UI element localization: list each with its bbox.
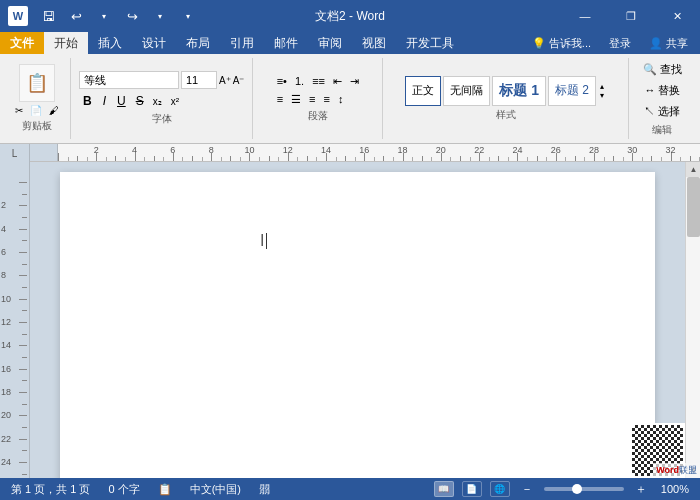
tab-layout[interactable]: 布局 <box>176 32 220 54</box>
styles-label: 样式 <box>496 108 516 122</box>
style-h1[interactable]: 标题 1 <box>492 76 546 106</box>
underline-button[interactable]: U <box>113 92 130 110</box>
font-shrink[interactable]: A⁻ <box>233 75 245 86</box>
clipboard-group: 📋 ✂ 📄 🖌 剪贴板 <box>4 58 71 139</box>
undo-button[interactable]: ↩ <box>64 4 88 28</box>
font-family-dropdown[interactable]: 等线 <box>79 71 179 89</box>
tell-me-label: 告诉我... <box>549 36 591 51</box>
tab-design[interactable]: 设计 <box>132 32 176 54</box>
redo-button[interactable]: ↪ <box>120 4 144 28</box>
align-right[interactable]: ≡ <box>306 92 318 107</box>
zoom-percent[interactable]: 100% <box>658 483 692 495</box>
share-icon: 👤 <box>649 37 663 50</box>
format-painter[interactable]: 🖌 <box>46 104 62 117</box>
font-group: 等线 11 A⁺ A⁻ B I U S x₂ x² 字体 <box>71 58 253 139</box>
document-page[interactable]: I <box>60 172 655 478</box>
zoom-thumb[interactable] <box>572 484 582 494</box>
ruler-row: L 246810121416182022242628303234 <box>0 144 700 162</box>
redo-dropdown[interactable]: ▾ <box>148 4 172 28</box>
paste-button[interactable]: 📋 <box>19 64 55 102</box>
login-label: 登录 <box>609 36 631 51</box>
clipboard-label: 剪贴板 <box>22 119 52 133</box>
brand-name: 联盟 <box>679 465 697 475</box>
font-label: 字体 <box>152 112 172 126</box>
zoom-in-button[interactable]: ＋ <box>632 481 650 498</box>
align-justify[interactable]: ≡ <box>321 92 333 107</box>
bullets-button[interactable]: ≡• <box>274 74 290 89</box>
track-icon: 📋 <box>158 483 172 496</box>
indent-dec[interactable]: ⇤ <box>330 74 345 89</box>
print-view-button[interactable]: 📄 <box>462 481 482 497</box>
zoom-slider[interactable] <box>544 487 624 491</box>
vertical-scrollbar[interactable]: ▲ ▼ <box>685 162 700 478</box>
tab-developer[interactable]: 开发工具 <box>396 32 464 54</box>
align-center[interactable]: ☰ <box>288 92 304 107</box>
style-normal[interactable]: 正文 <box>405 76 441 106</box>
app-icon: W <box>8 6 28 26</box>
save-button[interactable]: 🖫 <box>36 4 60 28</box>
styles-more[interactable]: ▴▾ <box>598 76 606 106</box>
tab-references[interactable]: 引用 <box>220 32 264 54</box>
tab-row-right: 💡 告诉我... 登录 👤 共享 <box>524 32 700 54</box>
superscript-button[interactable]: x² <box>168 95 182 108</box>
style-h2[interactable]: 标题 2 <box>548 76 596 106</box>
strikethrough-button[interactable]: S <box>133 93 147 109</box>
close-button[interactable]: ✕ <box>654 0 700 32</box>
status-bar: 第 1 页，共 1 页 0 个字 📋 中文(中国) 朤 📖 📄 🌐 － ＋ <box>0 478 700 500</box>
app-container: W 🖫 ↩ ▾ ↪ ▾ ▾ 文档2 - Word — ❐ ✕ 文件 开始 插入 … <box>0 0 700 500</box>
page-info[interactable]: 第 1 页，共 1 页 <box>8 482 93 497</box>
tab-home[interactable]: 开始 <box>44 32 88 54</box>
scroll-up-button[interactable]: ▲ <box>686 162 700 177</box>
share-button[interactable]: 👤 共享 <box>641 35 696 52</box>
input-mode[interactable]: 朤 <box>256 482 273 497</box>
page-info-label: 第 1 页，共 1 页 <box>11 482 90 497</box>
word-count-info[interactable]: 0 个字 <box>105 482 142 497</box>
tab-view[interactable]: 视图 <box>352 32 396 54</box>
document-scroll-area[interactable]: I <box>30 162 685 478</box>
numbering-button[interactable]: 1. <box>292 74 307 89</box>
ribbon-tabs: 文件 开始 插入 设计 布局 引用 邮件 审阅 视图 开发工具 <box>0 32 524 54</box>
zoom-percent-label: 100% <box>661 483 689 495</box>
select-button[interactable]: ↖ 选择 <box>638 102 686 121</box>
undo-dropdown[interactable]: ▾ <box>92 4 116 28</box>
tab-file[interactable]: 文件 <box>0 32 44 54</box>
editing-group: 🔍 查找 ↔ 替换 ↖ 选择 编辑 <box>629 58 696 139</box>
tab-review[interactable]: 审阅 <box>308 32 352 54</box>
horizontal-ruler: 246810121416182022242628303234 <box>30 144 700 162</box>
italic-button[interactable]: I <box>99 92 110 110</box>
font-grow[interactable]: A⁺ <box>219 75 231 86</box>
copy-button[interactable]: 📄 <box>27 104 45 117</box>
subscript-button[interactable]: x₂ <box>150 95 165 108</box>
ruler-corner[interactable]: L <box>0 144 30 162</box>
line-spacing[interactable]: ↕ <box>335 92 347 107</box>
language-label: 中文(中国) <box>190 482 241 497</box>
replace-button[interactable]: ↔ 替换 <box>638 81 686 100</box>
qat-customize[interactable]: ▾ <box>176 4 200 28</box>
style-no-spacing[interactable]: 无间隔 <box>443 76 490 106</box>
scroll-thumb[interactable] <box>687 177 700 237</box>
align-left[interactable]: ≡ <box>274 92 286 107</box>
brand-text: Word <box>656 465 679 475</box>
tab-insert[interactable]: 插入 <box>88 32 132 54</box>
multilevel-button[interactable]: ≡≡ <box>309 74 328 89</box>
track-changes-icon[interactable]: 📋 <box>155 483 175 496</box>
tab-mailings[interactable]: 邮件 <box>264 32 308 54</box>
bold-button[interactable]: B <box>79 92 96 110</box>
read-view-button[interactable]: 📖 <box>434 481 454 497</box>
cursor-blink <box>266 233 267 249</box>
web-view-button[interactable]: 🌐 <box>490 481 510 497</box>
language-info[interactable]: 中文(中国) <box>187 482 244 497</box>
indent-inc[interactable]: ⇥ <box>347 74 362 89</box>
zoom-out-button[interactable]: － <box>518 481 536 498</box>
status-bar-right: 📖 📄 🌐 － ＋ 100% <box>434 481 692 498</box>
ribbon-panel: 📋 ✂ 📄 🖌 剪贴板 等线 11 A⁺ A⁻ B I <box>0 54 700 144</box>
restore-button[interactable]: ❐ <box>608 0 654 32</box>
tell-me-button[interactable]: 💡 告诉我... <box>524 35 599 52</box>
scroll-track[interactable] <box>686 177 700 463</box>
login-button[interactable]: 登录 <box>601 35 639 52</box>
minimize-button[interactable]: — <box>562 0 608 32</box>
vertical-ruler: 24681012141618202224262830 <box>0 162 30 478</box>
cut-button[interactable]: ✂ <box>12 104 26 117</box>
find-button[interactable]: 🔍 查找 <box>637 60 688 79</box>
font-size-dropdown[interactable]: 11 <box>181 71 217 89</box>
